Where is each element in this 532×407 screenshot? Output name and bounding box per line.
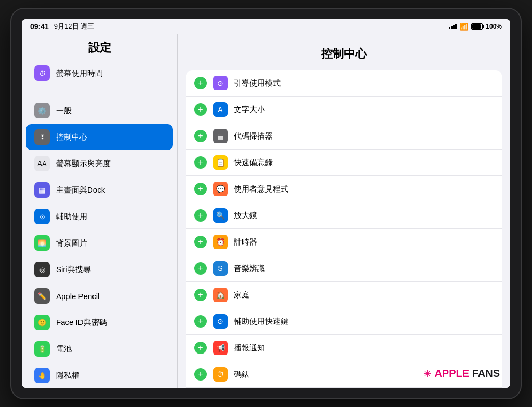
sidebar-item-control-center[interactable]: 🎛控制中心 xyxy=(26,124,173,150)
home-icon: 🏠 xyxy=(213,288,228,302)
control-center-label: 控制中心 xyxy=(56,132,87,142)
apple-pencil-label: Apple Pencil xyxy=(56,292,99,301)
status-left: 09:41 9月12日 週三 xyxy=(30,22,94,31)
add-button-magnifier[interactable]: + xyxy=(194,209,207,222)
control-item-timer[interactable]: +⏰計時器 xyxy=(186,229,502,255)
timer-label: 計時器 xyxy=(234,237,494,247)
wallpaper-label: 背景圖片 xyxy=(56,238,87,248)
add-button-passcode[interactable]: + xyxy=(194,368,207,381)
control-item-magnifier[interactable]: +🔍放大鏡 xyxy=(186,202,502,229)
face-id-label: Face ID與密碼 xyxy=(56,318,107,328)
privacy-icon: 🤚 xyxy=(34,368,50,383)
battery-icon: 🔋 xyxy=(34,341,50,357)
sidebar: 設定 ⏱螢幕使用時間⚙️一般🎛控制中心AA螢幕顯示與亮度▦主畫面與Dock⊙輔助… xyxy=(22,34,178,388)
announcements-icon: 📢 xyxy=(213,341,228,355)
sidebar-divider xyxy=(22,87,177,97)
add-button-shazam[interactable]: + xyxy=(194,262,207,275)
add-button-announcements[interactable]: + xyxy=(194,342,207,354)
wifi-icon: 📶 xyxy=(460,23,468,31)
shazam-icon: S xyxy=(213,261,228,276)
detail-title: 控制中心 xyxy=(186,42,502,70)
control-item-accessibility-shortcut[interactable]: +⊙輔助使用快速鍵 xyxy=(186,308,502,335)
sidebar-item-privacy[interactable]: 🤚隱私權 xyxy=(26,362,173,388)
detail-panel: 控制中心 +⊙引導使用模式+A文字大小+▦代碼掃描器+📋快速備忘錄+💬使用者意見… xyxy=(178,34,510,388)
passcode-icon: ⏱ xyxy=(213,367,228,382)
control-item-shazam[interactable]: +S音樂辨識 xyxy=(186,255,502,282)
sidebar-title: 設定 xyxy=(22,34,177,60)
face-id-icon: 🙂 xyxy=(34,315,50,330)
control-center-icon: 🎛 xyxy=(34,129,50,145)
add-button-home[interactable]: + xyxy=(194,289,207,301)
status-right: 📶 100% xyxy=(449,23,502,31)
homescreen-label: 主畫面與Dock xyxy=(56,185,105,195)
guided-access-icon: ⊙ xyxy=(213,76,228,90)
display-icon: AA xyxy=(34,156,50,171)
control-item-quick-notes[interactable]: +📋快速備忘錄 xyxy=(186,150,502,176)
guided-access-label: 引導使用模式 xyxy=(234,78,494,88)
time: 09:41 xyxy=(30,22,49,31)
add-button-guided-access[interactable]: + xyxy=(194,77,207,89)
watermark-brand: APPLE FANS xyxy=(434,368,500,379)
siri-label: Siri與搜尋 xyxy=(56,265,91,275)
siri-icon: ◎ xyxy=(34,262,50,277)
screen-time-label: 螢幕使用時間 xyxy=(56,69,103,78)
qr-scanner-label: 代碼掃描器 xyxy=(234,131,494,141)
screen: 09:41 9月12日 週三 📶 100% 設定 xyxy=(22,19,510,388)
control-list: +⊙引導使用模式+A文字大小+▦代碼掃描器+📋快速備忘錄+💬使用者意見程式+🔍放… xyxy=(186,70,502,388)
control-item-home[interactable]: +🏠家庭 xyxy=(186,282,502,308)
quick-notes-label: 快速備忘錄 xyxy=(234,158,494,168)
apple-pencil-icon: ✏️ xyxy=(34,288,50,304)
battery-icon xyxy=(471,23,483,30)
general-label: 一般 xyxy=(56,106,72,116)
add-button-quick-notes[interactable]: + xyxy=(194,156,207,169)
accessibility-label: 輔助使用 xyxy=(56,212,87,222)
sidebar-item-siri[interactable]: ◎Siri與搜尋 xyxy=(26,256,173,282)
ipad-frame: 09:41 9月12日 週三 📶 100% 設定 xyxy=(11,9,521,398)
display-label: 螢幕顯示與亮度 xyxy=(56,159,111,169)
accessibility-shortcut-icon: ⊙ xyxy=(213,314,228,329)
add-button-accessibility-shortcut[interactable]: + xyxy=(194,315,207,328)
sidebar-item-screen-time[interactable]: ⏱螢幕使用時間 xyxy=(26,60,173,86)
homescreen-icon: ▦ xyxy=(34,182,50,198)
watermark: ✳ APPLE FANS xyxy=(423,368,500,379)
home-label: 家庭 xyxy=(234,290,494,300)
sidebar-item-homescreen[interactable]: ▦主畫面與Dock xyxy=(26,177,173,203)
add-button-qr-scanner[interactable]: + xyxy=(194,130,207,142)
feedback-icon: 💬 xyxy=(213,182,228,196)
watermark-icon: ✳ xyxy=(423,368,431,379)
text-size-label: 文字大小 xyxy=(234,105,494,115)
add-button-text-size[interactable]: + xyxy=(194,103,207,116)
status-bar: 09:41 9月12日 週三 📶 100% xyxy=(22,19,510,34)
battery-percent: 100% xyxy=(486,23,502,30)
sidebar-item-accessibility[interactable]: ⊙輔助使用 xyxy=(26,204,173,229)
sidebar-item-face-id[interactable]: 🙂Face ID與密碼 xyxy=(26,309,173,335)
screen-time-icon: ⏱ xyxy=(34,65,50,81)
sidebar-item-wallpaper[interactable]: 🌅背景圖片 xyxy=(26,230,173,256)
sidebar-item-general[interactable]: ⚙️一般 xyxy=(26,98,173,124)
main-content: 設定 ⏱螢幕使用時間⚙️一般🎛控制中心AA螢幕顯示與亮度▦主畫面與Dock⊙輔助… xyxy=(22,34,510,388)
control-item-feedback[interactable]: +💬使用者意見程式 xyxy=(186,176,502,202)
control-item-qr-scanner[interactable]: +▦代碼掃描器 xyxy=(186,123,502,150)
quick-notes-icon: 📋 xyxy=(213,155,228,170)
shazam-label: 音樂辨識 xyxy=(234,264,494,274)
control-item-guided-access[interactable]: +⊙引導使用模式 xyxy=(186,70,502,97)
battery-label: 電池 xyxy=(56,344,72,354)
accessibility-shortcut-label: 輔助使用快速鍵 xyxy=(234,317,494,327)
text-size-icon: A xyxy=(213,102,228,117)
wallpaper-icon: 🌅 xyxy=(34,235,50,251)
sidebar-item-battery[interactable]: 🔋電池 xyxy=(26,336,173,362)
signal-icon xyxy=(449,24,457,29)
timer-icon: ⏰ xyxy=(213,235,228,249)
sidebar-item-apple-pencil[interactable]: ✏️Apple Pencil xyxy=(26,283,173,309)
date: 9月12日 週三 xyxy=(54,22,94,31)
control-item-announcements[interactable]: +📢播報通知 xyxy=(186,335,502,361)
add-button-timer[interactable]: + xyxy=(194,236,207,248)
sidebar-item-display[interactable]: AA螢幕顯示與亮度 xyxy=(26,151,173,177)
add-button-feedback[interactable]: + xyxy=(194,183,207,195)
control-item-text-size[interactable]: +A文字大小 xyxy=(186,97,502,123)
qr-scanner-icon: ▦ xyxy=(213,129,228,143)
magnifier-icon: 🔍 xyxy=(213,208,228,223)
privacy-label: 隱私權 xyxy=(56,371,79,381)
announcements-label: 播報通知 xyxy=(234,343,494,353)
general-icon: ⚙️ xyxy=(34,103,50,118)
